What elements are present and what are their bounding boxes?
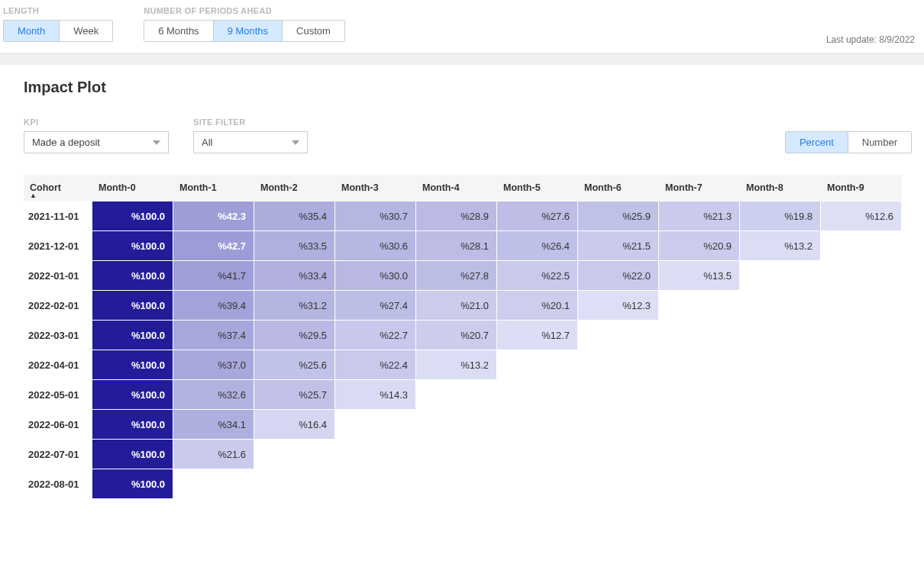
table-row: 2022-01-01%100.0%41.7%33.4%30.0%27.8%22.… [24, 261, 902, 291]
column-header[interactable]: Month-2 [254, 175, 335, 201]
heatmap-cell: %22.0 [578, 261, 659, 291]
table-row: 2021-12-01%100.0%42.7%33.5%30.6%28.1%26.… [24, 231, 902, 261]
column-header[interactable]: Month-5 [497, 175, 578, 201]
cohort-cell: 2021-11-01 [24, 201, 92, 232]
empty-cell [821, 350, 902, 380]
empty-cell [335, 410, 416, 440]
empty-cell [254, 469, 335, 499]
empty-cell [497, 440, 578, 469]
heatmap-cell: %32.6 [173, 380, 254, 410]
heatmap-cell: %100.0 [92, 469, 173, 499]
column-header[interactable]: Month-1 [173, 175, 254, 201]
page-title: Impact Plot [24, 79, 918, 96]
periods-group: NUMBER OF PERIODS AHEAD 6 Months9 Months… [144, 6, 345, 42]
column-header[interactable]: Month-0 [92, 175, 173, 201]
empty-cell [821, 321, 902, 350]
heatmap-cell: %22.5 [497, 261, 578, 291]
empty-cell [821, 261, 902, 291]
last-update-text: Last update: 8/9/2022 [826, 34, 915, 45]
length-option[interactable]: Month [4, 21, 60, 41]
empty-cell [254, 440, 335, 469]
length-segmented: MonthWeek [3, 20, 113, 42]
heatmap-cell: %21.5 [578, 231, 659, 261]
cohort-cell: 2022-03-01 [24, 321, 92, 350]
heatmap-cell: %12.6 [821, 201, 902, 231]
empty-cell [173, 469, 254, 499]
kpi-dropdown[interactable]: Made a deposit [24, 131, 169, 153]
periods-option[interactable]: Custom [283, 21, 344, 41]
empty-cell [578, 380, 659, 410]
heatmap-cell: %21.3 [659, 201, 740, 231]
heatmap-cell: %21.0 [416, 291, 497, 321]
periods-option[interactable]: 9 Months [214, 21, 283, 41]
heatmap-cell: %100.0 [92, 231, 173, 261]
heatmap-cell: %13.2 [416, 350, 497, 380]
empty-cell [659, 469, 740, 499]
column-header[interactable]: Month-9 [821, 175, 902, 201]
site-dropdown[interactable]: All [193, 131, 308, 153]
empty-cell [659, 440, 740, 469]
heatmap-cell: %33.5 [254, 231, 335, 261]
heatmap-cell: %37.4 [173, 321, 254, 350]
heatmap-cell: %30.0 [335, 261, 416, 291]
length-label: LENGTH [3, 6, 113, 15]
empty-cell [740, 440, 821, 469]
heatmap-cell: %42.3 [173, 201, 254, 231]
empty-cell [578, 321, 659, 350]
cohort-header[interactable]: Cohort▲ [24, 175, 92, 201]
top-controls: LENGTH MonthWeek NUMBER OF PERIODS AHEAD… [0, 0, 924, 54]
heatmap-cell: %30.6 [335, 231, 416, 261]
table-row: 2022-04-01%100.0%37.0%25.6%22.4%13.2 [24, 350, 902, 380]
heatmap-cell: %27.4 [335, 291, 416, 321]
heatmap-cell: %20.7 [416, 321, 497, 350]
empty-cell [497, 350, 578, 380]
heatmap-cell: %19.8 [740, 201, 821, 231]
heatmap-cell: %29.5 [254, 321, 335, 350]
cohort-cell: 2021-12-01 [24, 231, 92, 261]
periods-segmented: 6 Months9 MonthsCustom [144, 20, 345, 42]
heatmap-cell: %100.0 [92, 410, 173, 440]
heatmap-cell: %27.6 [497, 201, 578, 231]
heatmap-cell: %25.6 [254, 350, 335, 380]
periods-option[interactable]: 6 Months [144, 21, 213, 41]
empty-cell [740, 380, 821, 410]
cohort-cell: 2022-02-01 [24, 291, 92, 321]
site-filter-label: SITE FILTER [193, 118, 308, 127]
length-option[interactable]: Week [60, 21, 112, 41]
table-row: 2022-05-01%100.0%32.6%25.7%14.3 [24, 380, 902, 410]
chevron-down-icon [153, 140, 160, 145]
heatmap-cell: %16.4 [254, 410, 335, 440]
empty-cell [578, 410, 659, 440]
heatmap-cell: %33.4 [254, 261, 335, 291]
heatmap-cell: %28.9 [416, 201, 497, 231]
view-toggle-group: PercentNumber [785, 131, 912, 153]
column-header[interactable]: Month-7 [659, 175, 740, 201]
view-option[interactable]: Number [848, 132, 911, 153]
column-header[interactable]: Month-4 [416, 175, 497, 201]
site-filter: SITE FILTER All [193, 118, 308, 153]
column-header[interactable]: Month-6 [578, 175, 659, 201]
empty-cell [740, 291, 821, 321]
table-row: 2022-03-01%100.0%37.4%29.5%22.7%20.7%12.… [24, 321, 902, 350]
table-row: 2022-08-01%100.0 [24, 469, 902, 499]
site-value: All [202, 137, 212, 148]
view-option[interactable]: Percent [786, 132, 848, 153]
heatmap-cell: %35.4 [254, 201, 335, 231]
empty-cell [416, 380, 497, 410]
cohort-cell: 2022-01-01 [24, 261, 92, 291]
empty-cell [497, 469, 578, 499]
heatmap-cell: %12.7 [497, 321, 578, 350]
heatmap-cell: %39.4 [173, 291, 254, 321]
length-group: LENGTH MonthWeek [3, 6, 113, 42]
heatmap-cell: %31.2 [254, 291, 335, 321]
kpi-label: KPI [24, 118, 169, 127]
column-header[interactable]: Month-3 [335, 175, 416, 201]
empty-cell [659, 291, 740, 321]
empty-cell [416, 410, 497, 440]
periods-label: NUMBER OF PERIODS AHEAD [144, 6, 345, 15]
divider-strip [0, 54, 924, 65]
heatmap-cell: %21.6 [173, 440, 254, 469]
heatmap-cell: %22.4 [335, 350, 416, 380]
column-header[interactable]: Month-8 [740, 175, 821, 201]
heatmap-cell: %34.1 [173, 410, 254, 440]
